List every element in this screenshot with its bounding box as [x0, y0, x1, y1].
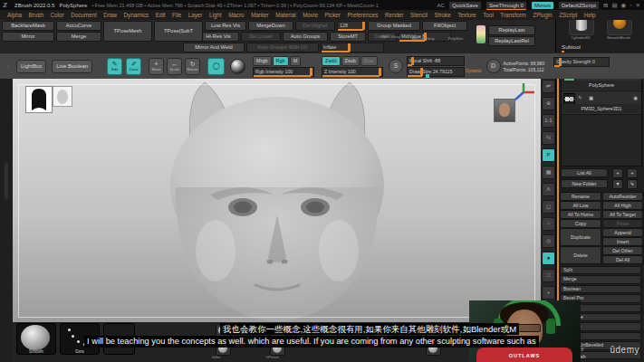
menu-item[interactable]: Render [385, 12, 404, 18]
document-canvas[interactable] [13, 78, 541, 323]
mergedown-button[interactable]: MergeDown [248, 21, 293, 31]
menu-item[interactable]: ZPlugin [533, 12, 552, 18]
menu-item[interactable]: File [172, 12, 181, 18]
all-to-target-button[interactable]: All To Target [602, 210, 643, 219]
local-symmetry-icon[interactable]: Λ [542, 183, 555, 196]
rotate-mode-button[interactable]: ↻Rotate [185, 58, 200, 75]
menu-item[interactable]: Layer [188, 12, 203, 18]
zsub-button[interactable]: Zsub [341, 56, 360, 66]
menus-button[interactable]: Menus [531, 1, 554, 10]
menu-item[interactable]: Dynamics [124, 12, 149, 18]
transp-icon[interactable]: ◻ [542, 200, 555, 214]
move-into-button[interactable]: ↳ [627, 179, 638, 189]
del-other-button[interactable]: Del Other [602, 246, 643, 255]
left-tray-divider-handle[interactable] [5, 163, 8, 199]
menu-item[interactable]: Movie [303, 12, 318, 18]
sculpt-icon[interactable]: ▣ [589, 94, 593, 102]
material-matcap-gray[interactable]: MatCap Gray [408, 35, 438, 41]
insert-subtool-button[interactable]: Insert [602, 237, 643, 246]
paste-button[interactable]: Paste [602, 219, 643, 228]
menu-item[interactable]: Alpha [7, 12, 22, 18]
scale-mode-button[interactable]: ↔Scale [167, 58, 182, 75]
texture-thumbnail[interactable] [53, 86, 72, 107]
append-button[interactable]: + [627, 168, 638, 178]
paint-icon[interactable]: ✎ [578, 94, 582, 102]
merge-button[interactable]: Merge [56, 32, 101, 42]
current-brush-thumb[interactable] [476, 25, 485, 43]
lightbox-button[interactable]: LightBox [16, 60, 46, 73]
zoom-icon[interactable]: ⊕ [542, 97, 555, 110]
menu-item[interactable]: Material [275, 12, 295, 18]
del-all-button[interactable]: Del All [602, 255, 643, 264]
rename-button[interactable]: Rename [560, 192, 601, 201]
live-boolean-button[interactable]: Live Boolean [52, 60, 92, 73]
resolution-slider[interactable]: 128 [337, 21, 366, 31]
axis-gizmo[interactable] [511, 82, 536, 102]
polyframe-icon[interactable]: □ [542, 269, 555, 282]
gizmo-move-icon[interactable]: + [542, 286, 555, 300]
dynamesh-icon[interactable]: D [486, 59, 501, 73]
focal-shift-slider[interactable]: Focal Shift -88 [407, 56, 465, 66]
menu-item[interactable]: Edit [156, 12, 166, 18]
del-lower-button[interactable]: Del Lower [241, 32, 281, 42]
tpose-subt-button[interactable]: TPose|SubT [154, 21, 203, 42]
all-low-button[interactable]: All Low [560, 201, 601, 210]
rgb-intensity-slider[interactable]: Rgb Intensity 100 [253, 67, 314, 77]
menu-item[interactable]: Transform [500, 12, 525, 18]
brush-picker-button[interactable]: ◯ [207, 58, 225, 75]
del-higher-button[interactable]: Del Higher [295, 21, 335, 31]
move-mode-button[interactable]: +Move [149, 58, 164, 75]
floor-icon[interactable]: ▦ [542, 166, 555, 179]
layout-grid-icon[interactable]: ⊞ [603, 2, 608, 9]
subtool-op-button[interactable]: Split [560, 266, 641, 274]
menu-item[interactable]: Help [584, 12, 596, 18]
mirror-and-weld-button[interactable]: Mirror And Weld [183, 43, 245, 52]
draw-mode-button[interactable]: ✐Draw [126, 58, 141, 75]
material-picker-sphere[interactable] [230, 59, 245, 74]
replay-lastrel-button[interactable]: ReplayLastRel [488, 36, 535, 46]
all-high-button[interactable]: All High [602, 201, 643, 210]
replay-last-button[interactable]: ReplayLast [488, 25, 535, 35]
quicksave-button[interactable]: QuickSave [448, 1, 482, 10]
gravity-strength-slider[interactable]: Gravity Strength 0 [553, 57, 610, 67]
m-button[interactable]: M [290, 56, 302, 66]
user-icon[interactable]: ◉ [621, 2, 627, 9]
insert-up-button[interactable]: + [612, 168, 623, 178]
stroke-settings-icon[interactable]: S [389, 59, 403, 73]
z-intensity-slider[interactable]: Z Intensity 100 [322, 67, 383, 77]
dynamic-label[interactable]: Dynamic [466, 67, 482, 77]
new-folder-button[interactable]: New Folder [561, 179, 608, 188]
zcut-button[interactable]: Zcut [360, 56, 378, 66]
close-icon[interactable]: ✕ [636, 2, 640, 9]
rgb-button[interactable]: Rgb [273, 56, 289, 66]
seethrough-slider[interactable]: SeeThrough 0 [485, 1, 527, 10]
mirror-button[interactable]: Mirror [2, 32, 54, 42]
subtool-op-button[interactable]: Boolean [560, 285, 641, 293]
accucurve-button[interactable]: AccuCurve [56, 21, 101, 31]
panel-config-icon[interactable]: ▤ [611, 2, 617, 9]
alpha-thumbnail[interactable] [25, 86, 53, 113]
zadd-button[interactable]: Zadd [322, 56, 341, 66]
material-polyskin[interactable]: PolySkin [440, 35, 471, 41]
subtool-header[interactable]: Subtool [562, 43, 581, 50]
duplicate-button[interactable]: Duplicate [560, 228, 601, 246]
append-subtool-button[interactable]: Append [602, 228, 643, 237]
menu-item[interactable]: ZScript [559, 12, 577, 18]
eye-icon[interactable]: ◉ [633, 94, 638, 102]
solo-icon[interactable]: ◎ [542, 234, 555, 248]
minimize-icon[interactable]: ▫ [630, 2, 631, 8]
storemt-button[interactable]: StoreMT [330, 32, 366, 42]
menu-item[interactable]: Macro [228, 12, 245, 18]
copy-button[interactable]: Copy [560, 219, 601, 228]
edit-mode-button[interactable]: ✎Edit [107, 58, 122, 75]
subtool-item-pm3d-sphere[interactable]: ✎ ▣ ◉ PM3D_Sphere3D1 [562, 91, 641, 115]
persp-icon[interactable]: P [542, 148, 555, 162]
menu-item[interactable]: Brush [29, 12, 43, 18]
menu-item[interactable]: Document [71, 12, 97, 18]
auto-groups-uv-button[interactable]: Auto Groups With UV [246, 43, 319, 52]
aahalf-icon[interactable]: ½ [542, 131, 555, 145]
menu-item[interactable]: Stroke [434, 12, 450, 18]
draw-size-slider[interactable]: Draw Size 24.79115 [407, 67, 465, 77]
menu-item[interactable]: Marker [251, 12, 269, 18]
menu-item[interactable]: Picker [324, 12, 341, 18]
